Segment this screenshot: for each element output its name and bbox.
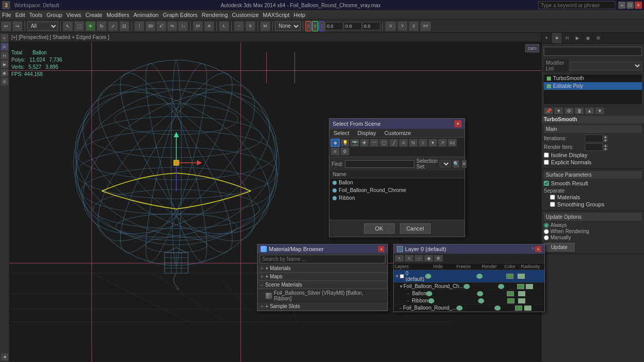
lm-row-foil[interactable]: ▼ Foil_Balloon_Round_Ch... (394, 283, 544, 290)
lm-expand-ribbon[interactable]: – (407, 298, 412, 303)
lm-help-btn[interactable]: ? (531, 246, 534, 252)
select-region-tool[interactable]: ⬚ (74, 21, 84, 31)
mb-sample-slots-section[interactable]: + + Sample Slots (257, 302, 388, 311)
workspace-dropdown[interactable]: Workspace: Default (14, 3, 59, 8)
iterations-input[interactable]: 0 (585, 135, 603, 142)
y-coord-input[interactable] (344, 22, 362, 30)
lm-radiosity-swatch-foil[interactable] (526, 284, 533, 289)
modifier-editable-poly[interactable]: Editable Poly (544, 82, 642, 90)
mb-scene-materials-header[interactable]: – Scene Materials (257, 281, 388, 289)
render-iters-down[interactable]: ▼ (603, 147, 608, 151)
sfs-select-shapes[interactable]: ▢ (379, 139, 389, 147)
y-plane-btn[interactable]: Y (397, 21, 408, 31)
scale-tool[interactable]: ⤢ (108, 21, 118, 31)
rp-tab-modify[interactable]: ≡ (552, 33, 562, 43)
minimize-button[interactable]: – (618, 2, 625, 9)
sidebar-motion[interactable]: ▶ (1, 60, 9, 68)
when-rendering-radio[interactable] (544, 229, 549, 234)
iterations-down[interactable]: ▼ (603, 139, 608, 142)
sfs-item-ribbon[interactable]: Ribbon (329, 194, 465, 202)
mb-maps-header[interactable]: + + Maps (257, 273, 388, 281)
mb-sample-slots-header[interactable]: + + Sample Slots (257, 302, 388, 311)
material-editor-btn[interactable]: M (260, 21, 270, 31)
close-button[interactable]: × (635, 2, 642, 9)
lm-highlight[interactable]: ✻ (434, 255, 443, 262)
menu-tools[interactable]: Tools (29, 12, 43, 18)
sfs-item-ballon[interactable]: Ballon (329, 179, 465, 186)
lm-color-val-foil2[interactable] (513, 306, 524, 311)
mirror-tool[interactable]: M (193, 21, 203, 31)
mod-up-btn[interactable]: ▲ (585, 107, 594, 115)
surface-title[interactable]: Surface Parameters (544, 171, 642, 179)
sfs-select-invert[interactable]: I (418, 139, 428, 147)
smooth-result-checkbox[interactable] (544, 181, 549, 186)
menu-modifiers[interactable]: Modifiers (106, 12, 130, 18)
snap-toggle[interactable]: ⋮ (134, 21, 144, 31)
menu-views[interactable]: Views (66, 12, 81, 18)
selection-filter[interactable]: All (27, 22, 58, 31)
rp-tab-motion[interactable]: ▶ (573, 33, 583, 43)
lm-radiosity-swatch-ballon[interactable] (518, 291, 525, 296)
sfs-select-cameras[interactable]: 📷 (350, 139, 359, 147)
menu-file[interactable]: File (2, 12, 11, 18)
menu-animation[interactable]: Animation (134, 12, 159, 18)
manually-radio[interactable] (544, 235, 549, 240)
mb-maps-section[interactable]: + + Maps (257, 273, 388, 281)
percent-snap[interactable]: % (167, 21, 177, 31)
xyz-plane-btn[interactable]: XY (420, 21, 431, 31)
materials-checkbox[interactable] (550, 195, 555, 200)
reference-tool[interactable]: ⊡ (119, 21, 130, 31)
lm-eye-foil[interactable] (464, 284, 470, 289)
lm-radiosity-swatch-foil2[interactable] (524, 306, 531, 311)
y-axis-toggle[interactable]: Y (312, 21, 318, 31)
schematic-btn[interactable]: S (245, 21, 255, 31)
sfs-select-helpers[interactable]: ✚ (360, 139, 369, 147)
lm-eye-foil2[interactable] (456, 306, 463, 311)
render-iters-input[interactable]: 2 (585, 143, 603, 151)
lm-render-eye-foil2[interactable] (494, 306, 501, 311)
move-tool[interactable]: ✛ (85, 21, 96, 31)
sfs-display-influences[interactable]: ↗ (438, 139, 447, 147)
rp-tab-create[interactable]: + (542, 33, 552, 43)
sfs-display-subtree[interactable]: ▼ (428, 139, 437, 147)
lm-eye-0[interactable] (425, 274, 431, 279)
sfs-item-foil[interactable]: Foil_Balloon_Round_Chrome (329, 186, 465, 194)
lm-eye-ribbon[interactable] (428, 298, 434, 303)
menu-create[interactable]: Create (85, 12, 102, 18)
maximize-button[interactable]: □ (627, 2, 634, 9)
z-coord-input[interactable] (362, 22, 380, 30)
sfs-sort-a-z[interactable]: Az (448, 139, 457, 147)
isoline-checkbox[interactable] (544, 153, 549, 158)
lm-radiosity-swatch-0[interactable] (518, 274, 525, 279)
angle-snap[interactable]: ∠° (156, 21, 167, 31)
mb-search-input[interactable] (260, 255, 385, 263)
lm-radiosity-swatch-ribbon[interactable] (518, 298, 525, 303)
redo-button[interactable]: ↪ (12, 21, 23, 31)
object-name-input[interactable]: Ballon (544, 47, 642, 56)
update-button[interactable]: Update (544, 243, 575, 252)
lm-color-val-foil[interactable] (516, 284, 526, 289)
main-section-title[interactable]: Main (544, 125, 642, 133)
sfs-clear-btn[interactable]: ✕ (462, 160, 467, 168)
x-axis-toggle[interactable]: X (305, 21, 311, 31)
sfs-close-button[interactable]: × (454, 120, 462, 127)
layer-manager-btn[interactable]: L (219, 21, 229, 31)
snap-3d[interactable]: 3D (145, 21, 156, 31)
lm-new-layer[interactable]: + (395, 255, 404, 262)
lm-row-0[interactable]: ▼ 0 (default) (394, 270, 544, 283)
mb-materials-section[interactable]: + + Materials (257, 264, 388, 273)
align-tool[interactable]: A (204, 21, 214, 31)
mod-down-btn[interactable]: ▼ (595, 107, 604, 115)
mod-show-btn[interactable]: ▼ (554, 107, 563, 115)
rp-tab-display[interactable]: ◉ (583, 33, 593, 43)
lm-render-eye-0[interactable] (476, 274, 483, 279)
lm-color-swatch-foil2[interactable] (515, 306, 522, 311)
sfs-list-view[interactable]: ≡ (330, 147, 340, 156)
select-tool[interactable]: ↖ (63, 21, 73, 31)
sfs-select-spacewarps[interactable]: 〰 (370, 139, 379, 147)
sfs-select-none[interactable]: N (409, 139, 418, 147)
lm-color-val-0[interactable] (502, 274, 518, 279)
menu-help[interactable]: Help (293, 12, 305, 18)
lm-color-swatch-foil[interactable] (517, 284, 524, 289)
z-axis-toggle[interactable]: Z (319, 21, 325, 31)
